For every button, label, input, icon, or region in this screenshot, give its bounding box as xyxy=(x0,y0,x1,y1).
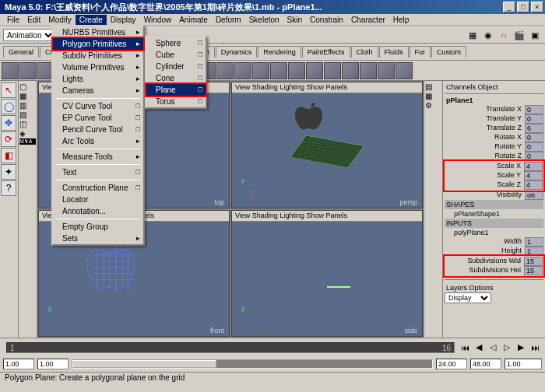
range-thumb[interactable] xyxy=(72,360,216,368)
shelf-fur[interactable]: Fur xyxy=(410,46,431,58)
play-back-icon[interactable]: ◁ xyxy=(486,341,500,355)
attr-value[interactable]: 1 xyxy=(525,247,543,256)
attr-label[interactable]: Subdivisions Wid xyxy=(445,257,524,266)
shelf-custom[interactable]: Custom xyxy=(431,46,466,58)
snap-grid-icon[interactable]: ▦ xyxy=(466,28,480,42)
shelf-icon[interactable] xyxy=(342,62,359,79)
menu-lights[interactable]: Lights xyxy=(53,73,143,85)
menu-text[interactable]: Text xyxy=(53,166,143,178)
node-name[interactable]: pPlane1 xyxy=(445,96,543,105)
close-button[interactable]: × xyxy=(531,2,543,12)
range-end-field[interactable] xyxy=(470,359,501,369)
snap-curve-icon[interactable]: ◉ xyxy=(481,28,495,42)
step-back-icon[interactable]: ◀ xyxy=(472,341,486,355)
channels-tabs[interactable]: Channels Object xyxy=(445,82,543,92)
select-tool-icon[interactable]: ↖ xyxy=(1,82,16,98)
attr-value[interactable]: 4 xyxy=(524,162,543,171)
submenu-sphere[interactable]: Sphere xyxy=(146,37,206,49)
menu-annotation[interactable]: Annotation... xyxy=(53,205,143,217)
shelf-icon[interactable] xyxy=(378,62,395,79)
viewport-side[interactable]: View Shading Lighting Show Panels yz sid… xyxy=(231,210,423,337)
maximize-button[interactable]: □ xyxy=(517,2,529,12)
shelf-dynamics[interactable]: Dynamics xyxy=(216,46,258,58)
range-slider[interactable] xyxy=(0,356,545,372)
lasso-tool-icon[interactable]: ◯ xyxy=(1,99,16,114)
attr-label[interactable]: Scale Z xyxy=(445,180,524,190)
shelf-cloth[interactable]: Cloth xyxy=(351,46,378,58)
attr-value[interactable]: 0 xyxy=(525,133,543,142)
attr-value[interactable]: 0 xyxy=(525,114,543,124)
vert-split-icon[interactable]: ▥ xyxy=(19,101,36,110)
attr-label[interactable]: Width xyxy=(445,237,525,247)
menu-subdiv-primitives[interactable]: Subdiv Primitives xyxy=(53,50,143,61)
attr-value[interactable]: on xyxy=(525,191,543,200)
range-start-field[interactable] xyxy=(3,359,34,369)
menu-modify[interactable]: Modify xyxy=(44,15,75,25)
channelbox-toggle-icon[interactable]: ▤ xyxy=(425,82,441,91)
attr-value[interactable]: 15 xyxy=(524,257,543,266)
attr-value[interactable]: 1 xyxy=(525,237,543,247)
attr-label[interactable]: Translate Z xyxy=(445,124,525,133)
menu-locator[interactable]: Locator xyxy=(53,194,143,205)
play-end-icon[interactable]: ⏭ xyxy=(528,341,542,355)
menu-help[interactable]: Help xyxy=(389,15,413,25)
attr-label[interactable]: Subdivisions Hei xyxy=(445,266,524,275)
submenu-cylinder[interactable]: Cylinder xyxy=(146,61,206,72)
last-tool-icon[interactable]: ? xyxy=(1,180,16,196)
shelf-icon[interactable] xyxy=(2,62,19,79)
attreditor-toggle-icon[interactable]: ▦ xyxy=(425,92,441,100)
menu-skin[interactable]: Skin xyxy=(283,15,306,25)
attr-value[interactable]: 4 xyxy=(524,171,543,180)
menu-cv-curve[interactable]: CV Curve Tool xyxy=(53,100,143,112)
rotate-tool-icon[interactable]: ⟳ xyxy=(1,131,16,147)
menu-window[interactable]: Window xyxy=(140,15,176,25)
menu-constrain[interactable]: Constrain xyxy=(306,15,347,25)
magnet-icon[interactable]: ∩ xyxy=(497,28,511,42)
create-menu[interactable]: NURBS Primitives Polygon Primitives Subd… xyxy=(51,25,145,246)
attr-value[interactable]: 0 xyxy=(525,105,543,114)
move-tool-icon[interactable]: ✥ xyxy=(1,115,16,131)
attr-label[interactable]: Height xyxy=(445,247,525,256)
persp-outliner-icon[interactable]: ◫ xyxy=(19,120,36,128)
attr-label[interactable]: Visibility xyxy=(445,191,525,200)
shelf-icon[interactable] xyxy=(19,62,37,79)
attr-value[interactable]: 6 xyxy=(525,124,543,133)
submenu-torus[interactable]: Torus xyxy=(146,96,206,107)
submenu-cone[interactable]: Cone xyxy=(146,72,206,84)
menu-file[interactable]: File xyxy=(3,15,23,25)
submenu-plane[interactable]: Plane xyxy=(146,84,206,96)
ipr-icon[interactable]: ▣ xyxy=(528,28,542,42)
menu-display[interactable]: Display xyxy=(107,15,140,25)
single-view-icon[interactable]: ▢ xyxy=(19,82,36,91)
shelf-icon[interactable] xyxy=(288,62,305,79)
time-slider[interactable]: 1 16 ⏮ ◀ ◁ ▷ ▶ ⏭ xyxy=(0,338,545,356)
menu-cameras[interactable]: Cameras xyxy=(53,85,143,96)
current-time-field[interactable] xyxy=(505,359,542,369)
step-fwd-icon[interactable]: ▶ xyxy=(514,341,528,355)
attr-label[interactable]: Translate Y xyxy=(445,114,525,124)
shelf-paintfx[interactable]: PaintEffects xyxy=(302,46,350,58)
viewport-menu[interactable]: View Shading Lighting Show Panels xyxy=(232,82,422,93)
shelf-icon[interactable] xyxy=(270,62,287,79)
play-start-icon[interactable]: ⏮ xyxy=(458,341,472,355)
scale-tool-icon[interactable]: ◧ xyxy=(1,148,16,163)
attr-label[interactable]: Scale X xyxy=(445,162,524,171)
attr-label[interactable]: Scale Y xyxy=(445,171,524,180)
attr-value[interactable]: 0 xyxy=(525,142,543,152)
four-view-icon[interactable]: ▦ xyxy=(19,92,36,100)
render-icon[interactable]: 🎬 xyxy=(512,28,526,42)
input-node[interactable]: polyPlane1 xyxy=(445,228,543,237)
menu-animate[interactable]: Animate xyxy=(175,15,212,25)
menu-measure-tools[interactable]: Measure Tools xyxy=(53,151,143,163)
shelf-fluids[interactable]: Fluids xyxy=(379,46,409,58)
attr-label[interactable]: Rotate X xyxy=(445,133,525,142)
layers-header[interactable]: Layers Options xyxy=(445,283,543,292)
poly-plane-object[interactable] xyxy=(290,135,364,168)
attr-value[interactable]: 15 xyxy=(524,266,543,275)
attr-value[interactable]: 0 xyxy=(525,152,543,161)
viewport-menu[interactable]: View Shading Lighting Show Panels xyxy=(232,211,422,222)
range-vis-start-field[interactable] xyxy=(37,359,69,369)
shelf-icon[interactable] xyxy=(252,62,269,79)
shelf-general[interactable]: General xyxy=(3,46,39,58)
menu-edit[interactable]: Edit xyxy=(23,15,44,25)
